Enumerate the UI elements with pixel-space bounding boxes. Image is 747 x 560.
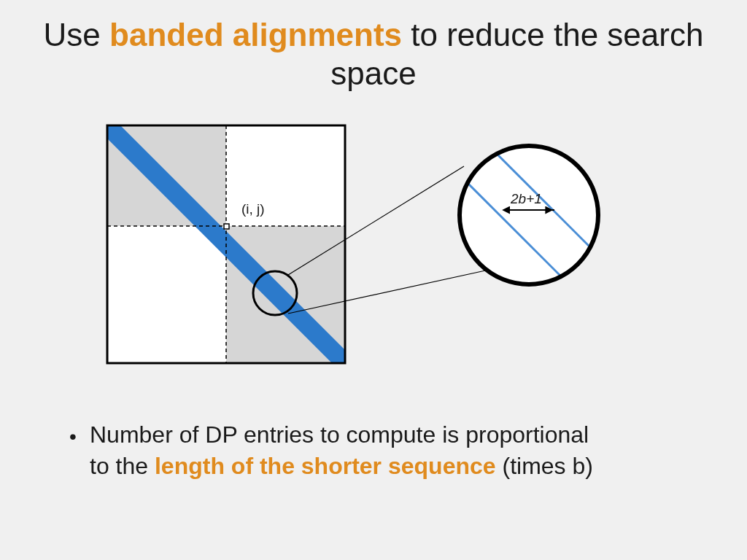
band-width-label: 2b+1	[511, 191, 542, 207]
slide-title: Use banded alignments to reduce the sear…	[0, 0, 747, 93]
bullet-highlight: length of the shorter sequence	[155, 453, 496, 479]
dp-matrix-diagram	[106, 124, 347, 365]
bullet-item: Number of DP entries to compute is propo…	[69, 419, 682, 482]
title-pre: Use	[44, 17, 109, 52]
bullet-pre-cont: to the	[90, 453, 155, 479]
title-highlight: banded alignments	[109, 17, 402, 52]
zoom-circle-diagram	[445, 131, 613, 299]
bullet-list: Number of DP entries to compute is propo…	[69, 419, 682, 482]
bullet-post: (times b)	[496, 453, 593, 479]
point-label: (i, j)	[241, 201, 265, 217]
svg-rect-3	[107, 226, 226, 363]
svg-rect-8	[224, 224, 229, 229]
bullet-pre: Number of DP entries to compute is propo…	[90, 421, 589, 448]
diagram-area: (i, j) 2b+1	[0, 124, 747, 386]
